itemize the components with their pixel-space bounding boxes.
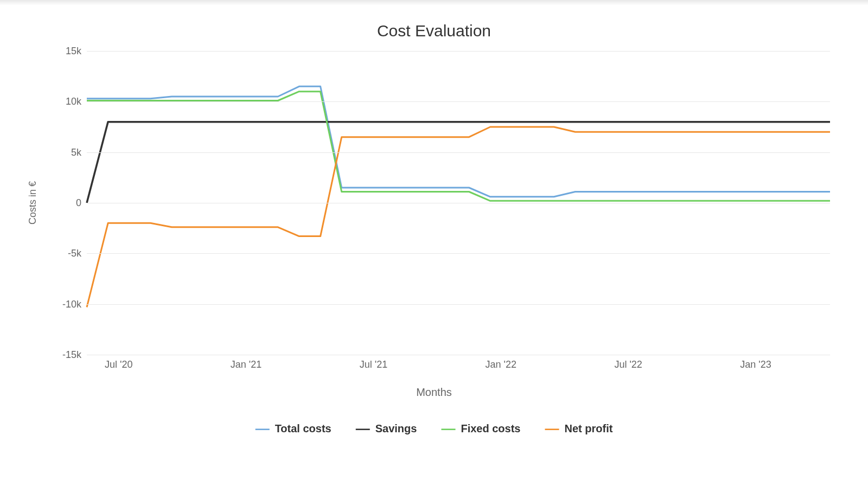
x-tick-label: Jan '21 (231, 359, 261, 370)
window-top-shadow (0, 0, 868, 5)
series-fixed-costs (87, 92, 830, 201)
gridline (87, 355, 830, 355)
plot-area: Costs in € -15k-10k-5k05k10k15k (87, 51, 830, 355)
y-tick-label: -10k (57, 298, 81, 310)
y-tick-label: -5k (57, 248, 81, 259)
y-tick-label: -15k (57, 349, 81, 361)
gridline (87, 152, 830, 153)
y-axis-label: Costs in € (27, 181, 39, 225)
legend-label: Net profit (564, 423, 612, 435)
series-total-costs (87, 86, 830, 196)
x-tick-label: Jan '22 (486, 359, 516, 370)
legend-item-fixed-costs[interactable]: —Fixed costs (441, 420, 520, 437)
x-axis-label: Months (22, 386, 846, 399)
legend-swatch: — (256, 420, 270, 437)
gridline (87, 51, 830, 52)
chart-container: Costs in € -15k-10k-5k05k10k15k Jul '20J… (22, 51, 846, 399)
chart-title: Cost Evaluation (0, 22, 868, 40)
x-tick-label: Jan '23 (740, 359, 771, 370)
chart-legend: —Total costs—Savings—Fixed costs—Net pro… (0, 420, 868, 437)
legend-item-net-profit[interactable]: —Net profit (545, 420, 612, 437)
x-tick-label: Jul '20 (105, 359, 132, 370)
y-tick-label: 5k (57, 146, 81, 158)
y-tick-label: 0 (57, 197, 81, 209)
x-tick-label: Jul '22 (614, 359, 642, 370)
legend-swatch: — (545, 420, 559, 437)
legend-label: Fixed costs (461, 423, 520, 435)
gridline (87, 253, 830, 254)
legend-label: Savings (375, 423, 417, 435)
legend-swatch: — (441, 420, 455, 437)
gridline (87, 101, 830, 102)
x-tick-label: Jul '21 (360, 359, 387, 370)
legend-label: Total costs (275, 423, 331, 435)
legend-item-total-costs[interactable]: —Total costs (256, 420, 331, 437)
legend-swatch: — (356, 420, 370, 437)
series-net-profit (87, 127, 830, 307)
gridline (87, 304, 830, 305)
legend-item-savings[interactable]: —Savings (356, 420, 417, 437)
gridline (87, 203, 830, 203)
x-axis-ticks: Jul '20Jan '21Jul '21Jan '22Jul '22Jan '… (87, 359, 830, 375)
series-savings (87, 122, 830, 203)
y-tick-label: 10k (57, 96, 81, 107)
y-tick-label: 15k (57, 46, 81, 57)
